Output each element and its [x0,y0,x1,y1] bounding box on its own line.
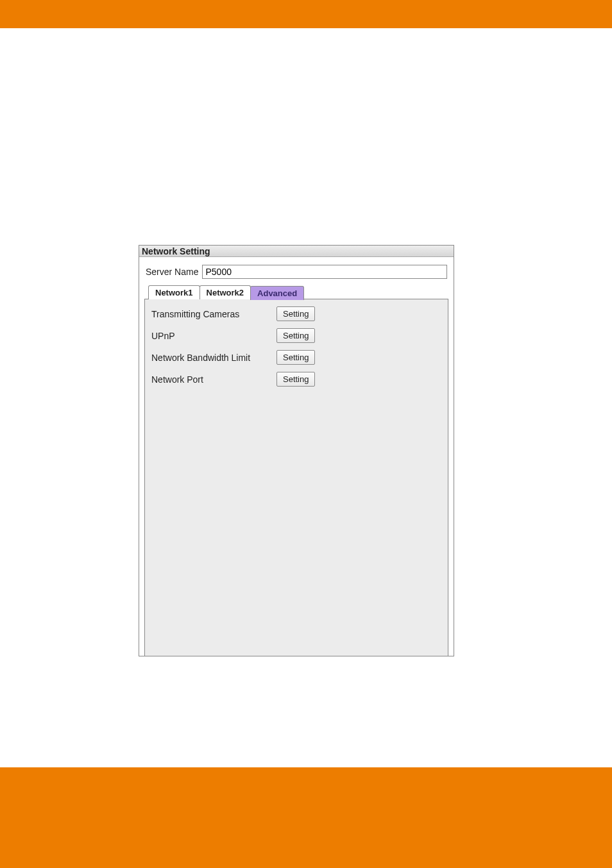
tab-content-advanced: Transmitting Cameras Setting UPnP Settin… [144,299,448,656]
tab-network1[interactable]: Network1 [148,285,200,299]
setting-row-network-bandwidth-limit: Network Bandwidth Limit Setting [151,350,441,365]
tab-network2[interactable]: Network2 [200,285,251,299]
server-name-row: Server Name [139,257,454,285]
title-bar: Network Setting [139,246,454,257]
label-transmitting-cameras: Transmitting Cameras [151,309,276,319]
server-name-label: Server Name [146,267,198,277]
label-upnp: UPnP [151,331,276,341]
setting-row-upnp: UPnP Setting [151,328,441,343]
tabs-row: Network1 Network2 Advanced [139,285,454,299]
window-title: Network Setting [142,246,210,256]
setting-button-network-bandwidth-limit[interactable]: Setting [276,350,315,365]
network-setting-dialog: Network Setting Server Name Network1 Net… [139,245,454,656]
top-accent-bar [0,0,612,28]
label-network-bandwidth-limit: Network Bandwidth Limit [151,353,276,363]
tab-advanced[interactable]: Advanced [250,286,304,300]
server-name-input[interactable] [202,265,447,279]
setting-row-transmitting-cameras: Transmitting Cameras Setting [151,306,441,321]
label-network-port: Network Port [151,374,276,385]
setting-button-transmitting-cameras[interactable]: Setting [276,306,315,321]
setting-row-network-port: Network Port Setting [151,372,441,387]
setting-button-network-port[interactable]: Setting [276,372,315,387]
setting-button-upnp[interactable]: Setting [276,328,315,343]
bottom-accent-bar [0,767,612,868]
